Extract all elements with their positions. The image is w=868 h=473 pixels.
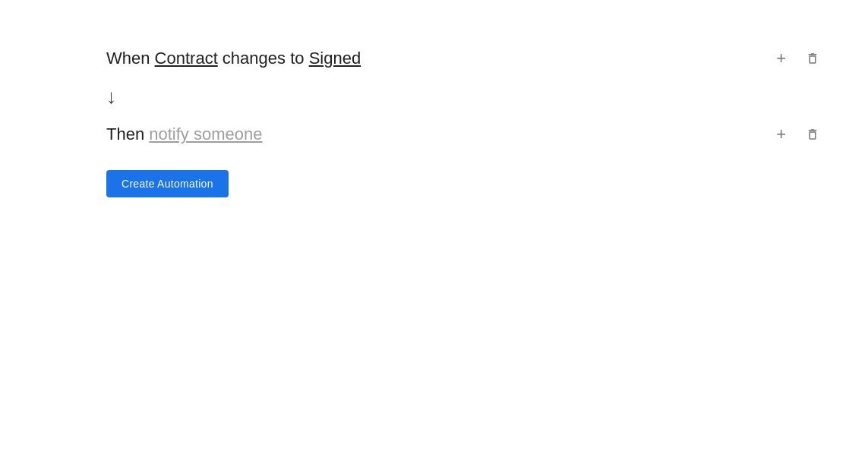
page-container: When Contract changes to Signed + ↓ Then… <box>0 0 868 197</box>
action-prefix: Then <box>106 125 149 143</box>
action-text: Then notify someone <box>106 125 262 144</box>
trash-icon <box>806 128 819 141</box>
trash-icon <box>806 52 819 65</box>
action-delete-button[interactable] <box>803 125 822 144</box>
trigger-delete-button[interactable] <box>803 49 822 68</box>
trigger-value: Signed <box>309 49 361 68</box>
trigger-subject: Contract <box>155 49 218 68</box>
action-actions: + <box>773 121 822 147</box>
trigger-text: When Contract changes to Signed <box>106 49 361 68</box>
trigger-middle: changes to <box>218 49 309 68</box>
trigger-add-button[interactable]: + <box>773 46 789 71</box>
trigger-actions: + <box>773 46 822 71</box>
action-row: Then notify someone + <box>106 121 868 147</box>
flow-arrow: ↓ <box>106 87 868 106</box>
create-automation-button[interactable]: Create Automation <box>106 170 229 197</box>
trigger-prefix: When <box>106 49 155 68</box>
trigger-row: When Contract changes to Signed + <box>106 46 868 71</box>
action-add-button[interactable]: + <box>773 121 789 147</box>
action-verb: notify someone <box>149 125 262 143</box>
